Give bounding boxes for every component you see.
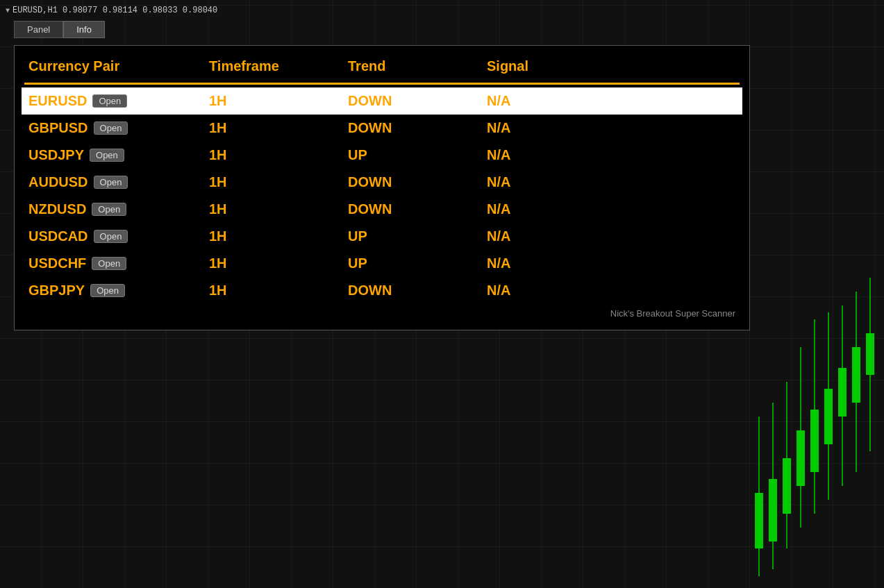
cell-timeframe: 1H: [209, 147, 348, 163]
svg-rect-5: [838, 368, 847, 417]
cell-trend: DOWN: [348, 283, 487, 299]
cell-signal: N/A: [487, 283, 626, 299]
tab-bar: Panel Info: [14, 21, 105, 38]
open-button-usdchf[interactable]: Open: [92, 257, 126, 270]
pair-name: EURUSD: [28, 93, 87, 109]
cell-signal: N/A: [487, 255, 626, 271]
svg-rect-1: [866, 333, 874, 375]
cell-trend: DOWN: [348, 93, 487, 109]
cell-pair-usdjpy: USDJPY Open: [28, 147, 209, 163]
pair-name: GBPUSD: [28, 120, 88, 136]
open-button-gbpjpy[interactable]: Open: [90, 284, 125, 297]
cell-signal: N/A: [487, 201, 626, 217]
table-row[interactable]: USDCHF Open 1H UP N/A: [22, 250, 742, 277]
cell-pair-gbpusd: GBPUSD Open: [28, 120, 209, 136]
open-button-gbpusd[interactable]: Open: [94, 121, 128, 135]
open-button-audusd[interactable]: Open: [94, 176, 128, 189]
table-row[interactable]: EURUSD Open 1H DOWN N/A: [22, 87, 742, 115]
cell-pair-usdchf: USDCHF Open: [28, 255, 209, 271]
table-row[interactable]: AUDUSD Open 1H DOWN N/A: [22, 169, 742, 196]
open-button-eurusd[interactable]: Open: [92, 94, 127, 108]
tab-info[interactable]: Info: [63, 21, 105, 38]
cell-timeframe: 1H: [209, 120, 348, 136]
table-row[interactable]: NZDUSD Open 1H DOWN N/A: [22, 196, 742, 223]
svg-rect-17: [755, 493, 763, 548]
symbol-label: EURUSD,H1: [12, 6, 58, 15]
table-row[interactable]: USDJPY Open 1H UP N/A: [22, 142, 742, 169]
pair-name: USDCAD: [28, 228, 88, 244]
cell-signal: N/A: [487, 93, 626, 109]
pair-name: AUDUSD: [28, 174, 88, 190]
cell-pair-audusd: AUDUSD Open: [28, 174, 209, 190]
svg-rect-3: [852, 347, 860, 403]
header-trend: Trend: [348, 58, 487, 74]
header-timeframe: Timeframe: [209, 58, 348, 74]
cell-trend: UP: [348, 147, 487, 163]
cell-timeframe: 1H: [209, 201, 348, 217]
open-button-usdcad[interactable]: Open: [94, 230, 128, 243]
cell-timeframe: 1H: [209, 283, 348, 299]
cell-pair-nzdusd: NZDUSD Open: [28, 201, 209, 217]
svg-rect-7: [824, 389, 833, 444]
cell-trend: DOWN: [348, 174, 487, 190]
header-signal: Signal: [487, 58, 626, 74]
cell-trend: UP: [348, 255, 487, 271]
svg-rect-13: [783, 458, 791, 514]
header-divider: [24, 83, 740, 85]
pair-name: GBPJPY: [28, 283, 85, 299]
cell-pair-eurusd: EURUSD Open: [28, 93, 209, 109]
cell-trend: DOWN: [348, 120, 487, 136]
cell-trend: DOWN: [348, 201, 487, 217]
watermark: Nick's Breakout Super Scanner: [22, 304, 742, 323]
cell-pair-usdcad: USDCAD Open: [28, 228, 209, 244]
cell-timeframe: 1H: [209, 93, 348, 109]
table-row[interactable]: GBPJPY Open 1H DOWN N/A: [22, 277, 742, 304]
price-label: 0.98077 0.98114 0.98033 0.98040: [62, 6, 217, 15]
cell-signal: N/A: [487, 120, 626, 136]
candlestick-chart: [745, 0, 884, 588]
cell-trend: UP: [348, 228, 487, 244]
cell-timeframe: 1H: [209, 228, 348, 244]
cell-signal: N/A: [487, 228, 626, 244]
svg-rect-15: [769, 479, 777, 541]
open-button-nzdusd[interactable]: Open: [92, 203, 126, 216]
title-bar: ▼ EURUSD,H1 0.98077 0.98114 0.98033 0.98…: [0, 0, 884, 21]
scanner-panel: Currency Pair Timeframe Trend Signal EUR…: [14, 45, 750, 330]
pair-name: USDJPY: [28, 147, 84, 163]
pair-name: NZDUSD: [28, 201, 86, 217]
cell-timeframe: 1H: [209, 174, 348, 190]
table-header: Currency Pair Timeframe Trend Signal: [22, 53, 742, 80]
cell-pair-gbpjpy: GBPJPY Open: [28, 283, 209, 299]
table-row[interactable]: GBPUSD Open 1H DOWN N/A: [22, 115, 742, 142]
cell-signal: N/A: [487, 174, 626, 190]
table-row[interactable]: USDCAD Open 1H UP N/A: [22, 223, 742, 250]
open-button-usdjpy[interactable]: Open: [90, 149, 124, 162]
cell-signal: N/A: [487, 147, 626, 163]
cell-timeframe: 1H: [209, 255, 348, 271]
svg-rect-11: [797, 430, 805, 486]
header-pair: Currency Pair: [28, 58, 209, 74]
dropdown-arrow-icon: ▼: [6, 7, 10, 15]
table-body: EURUSD Open 1H DOWN N/A GBPUSD Open 1H D…: [22, 87, 742, 304]
tab-panel[interactable]: Panel: [14, 21, 63, 38]
svg-rect-9: [810, 410, 819, 472]
pair-name: USDCHF: [28, 255, 86, 271]
